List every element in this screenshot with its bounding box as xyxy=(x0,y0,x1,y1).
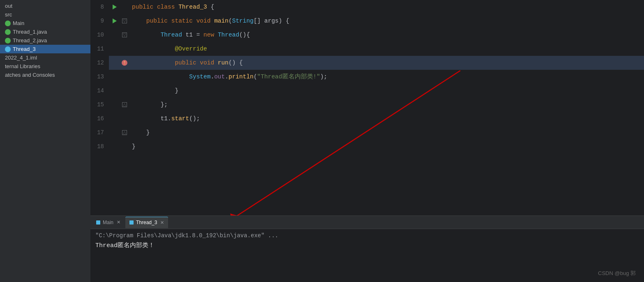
sidebar-item-thread3[interactable]: Thread_3 xyxy=(0,45,90,53)
sidebar-item-thread1[interactable]: Thread_1.java xyxy=(0,28,90,36)
main-area: 8 public class Thread_3 { 9 ▽ public sta… xyxy=(90,0,644,282)
code-content-16: t1.start(); xyxy=(129,112,644,126)
code-line-17: 17 △ } xyxy=(90,126,644,140)
run-icon-8[interactable] xyxy=(113,5,117,9)
watermark: CSDN @bug 郭 xyxy=(598,270,636,277)
tab-thread3[interactable]: Thread_3 ✕ xyxy=(125,217,168,228)
console-area: "C:\Program Files\Java\jdk1.8.0_192\bin\… xyxy=(90,229,644,282)
line-number-10: 10 xyxy=(90,28,109,42)
line-number-17: 17 xyxy=(90,126,109,140)
line-number-18: 18 xyxy=(90,140,109,154)
file-icon-thread1 xyxy=(5,29,11,35)
code-content-17: } xyxy=(129,126,644,140)
sidebar: out src Main Thread_1.java Thread_2.java… xyxy=(0,0,90,282)
fold-icon-15[interactable]: △ xyxy=(122,102,127,107)
code-container: 8 public class Thread_3 { 9 ▽ public sta… xyxy=(90,0,644,216)
sidebar-item-consoles[interactable]: atches and Consoles xyxy=(0,71,90,79)
code-line-10: 10 ▽ Thread t1 = new Thread(){ xyxy=(90,28,644,42)
run-icon-9[interactable] xyxy=(113,18,117,23)
breakpoint-area-10: ▽ xyxy=(120,32,129,37)
sidebar-item-thread2[interactable]: Thread_2.java xyxy=(0,36,90,45)
breakpoint-arrow-12: ↑ xyxy=(123,60,126,66)
tab-close-main[interactable]: ✕ xyxy=(117,220,120,225)
breakpoint-area-17: △ xyxy=(120,130,129,135)
code-content-15: }; xyxy=(129,98,644,112)
code-line-8: 8 public class Thread_3 { xyxy=(90,0,644,14)
code-line-9: 9 ▽ public static void main(String[] arg… xyxy=(90,14,644,28)
line-gutter-9[interactable] xyxy=(109,18,120,23)
tab-label-thread3: Thread_3 xyxy=(136,220,157,225)
file-icon-thread3 xyxy=(5,46,11,52)
console-output: Thread匿名内部类！ xyxy=(95,241,639,249)
sidebar-item-libraries[interactable]: ternal Libraries xyxy=(0,62,90,71)
line-number-8: 8 xyxy=(90,0,109,14)
tab-close-thread3[interactable]: ✕ xyxy=(160,220,164,225)
breakpoint-area-15: △ xyxy=(120,102,129,107)
code-line-16: 16 t1.start(); xyxy=(90,112,644,126)
breakpoint-area-9: ▽ xyxy=(120,18,129,23)
code-content-8: public class Thread_3 { xyxy=(129,0,644,14)
tab-icon-thread3 xyxy=(129,220,134,225)
code-line-15: 15 △ }; xyxy=(90,98,644,112)
code-line-14: 14 } xyxy=(90,84,644,98)
code-content-10: Thread t1 = new Thread(){ xyxy=(129,28,644,42)
line-number-14: 14 xyxy=(90,84,109,98)
sidebar-item-main[interactable]: Main xyxy=(0,19,90,28)
sidebar-item-src[interactable]: src xyxy=(0,10,90,19)
code-content-9: public static void main(String[] args) { xyxy=(129,14,644,28)
tab-main[interactable]: Main ✕ xyxy=(92,217,125,228)
fold-icon-10[interactable]: ▽ xyxy=(122,32,127,37)
editor-area: 8 public class Thread_3 { 9 ▽ public sta… xyxy=(90,0,644,216)
file-icon-main xyxy=(5,21,11,26)
code-content-14: } xyxy=(129,84,644,98)
line-number-9: 9 xyxy=(90,14,109,28)
line-gutter-8[interactable] xyxy=(109,5,120,9)
code-line-11: 11 @Override xyxy=(90,42,644,56)
sidebar-item-out[interactable]: out xyxy=(0,2,90,10)
line-number-11: 11 xyxy=(90,42,109,56)
line-number-13: 13 xyxy=(90,70,109,84)
code-content-13: System.out.println("Thread匿名内部类!"); xyxy=(129,70,644,84)
tab-icon-main xyxy=(96,220,100,225)
code-line-12: 12 ↑ public void run() { xyxy=(90,56,644,70)
code-content-12: public void run() { xyxy=(129,56,644,70)
console-command: "C:\Program Files\Java\jdk1.8.0_192\bin\… xyxy=(95,232,639,239)
code-content-18: } xyxy=(129,140,644,154)
fold-icon-17[interactable]: △ xyxy=(122,130,127,135)
line-number-16: 16 xyxy=(90,112,109,126)
code-line-13: 13 System.out.println("Thread匿名内部类!"); xyxy=(90,70,644,84)
bottom-tabs: Main ✕ Thread_3 ✕ xyxy=(90,216,644,229)
code-line-18: 18 } xyxy=(90,140,644,154)
breakpoint-area-12: ↑ xyxy=(120,60,129,66)
line-number-12: 12 xyxy=(90,56,109,70)
sidebar-item-iml[interactable]: 2022_4_1.iml xyxy=(0,53,90,62)
line-number-15: 15 xyxy=(90,98,109,112)
code-content-11: @Override xyxy=(129,42,644,56)
breakpoint-dot-12[interactable]: ↑ xyxy=(122,60,127,66)
tab-label-main: Main xyxy=(103,220,113,225)
fold-icon-9[interactable]: ▽ xyxy=(122,18,127,23)
file-icon-thread2 xyxy=(5,38,11,44)
